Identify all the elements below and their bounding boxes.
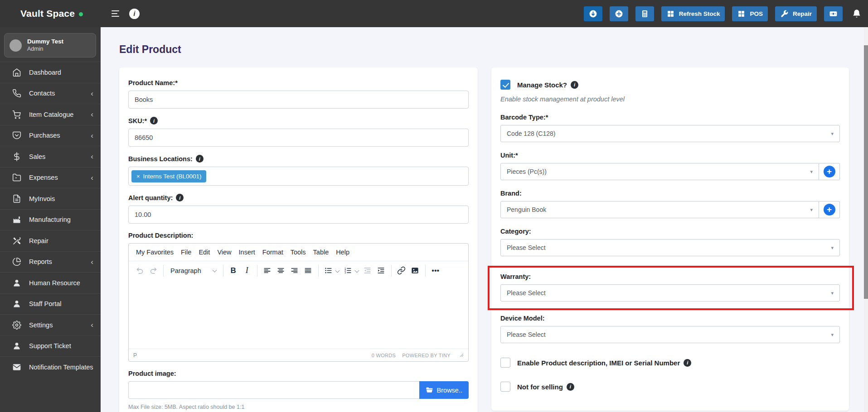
unit-label: Unit:* xyxy=(500,152,840,159)
sidebar-item-settings[interactable]: Settings‹ xyxy=(0,314,101,335)
not-for-selling-checkbox[interactable] xyxy=(500,382,510,392)
editor-menu-view[interactable]: View xyxy=(213,246,235,259)
align-right-icon[interactable] xyxy=(288,264,301,278)
product-description-label: Product Description: xyxy=(128,232,469,239)
sidebar-item-myinvois[interactable]: MyInvois xyxy=(0,188,101,209)
insert-image-icon[interactable] xyxy=(408,264,422,278)
product-image-filename-input[interactable] xyxy=(128,381,419,399)
sidebar-item-item-catalogue[interactable]: Item Catalogue‹ xyxy=(0,104,101,125)
wrench-icon xyxy=(780,10,789,18)
sidebar-item-sales[interactable]: Sales‹ xyxy=(0,146,101,167)
brand-label: Brand: xyxy=(500,190,840,197)
add-unit-button[interactable]: + xyxy=(819,163,840,180)
redo-icon[interactable] xyxy=(146,264,160,278)
editor-menu-my-favorites[interactable]: My Favorites xyxy=(132,246,177,259)
pos-button[interactable]: POS xyxy=(732,6,768,21)
sidebar-item-notification-templates[interactable]: Notification Templates xyxy=(0,356,101,378)
sidebar-item-repair[interactable]: Repair xyxy=(0,230,101,251)
sidebar-item-staff-portal[interactable]: Staff Portal xyxy=(0,293,101,315)
sidebar-item-dashboard[interactable]: Dashboard xyxy=(0,62,101,83)
editor-menu-file[interactable]: File xyxy=(177,246,195,259)
refresh-stock-button[interactable]: Refresh Stock xyxy=(661,6,725,21)
product-name-input[interactable] xyxy=(128,91,469,109)
sidebar-item-expenses[interactable]: Expenses‹ xyxy=(0,167,101,188)
numbered-list-dropdown-icon[interactable] xyxy=(354,268,359,273)
sidebar-item-purchases[interactable]: Purchases‹ xyxy=(0,125,101,146)
cash-icon xyxy=(829,10,838,18)
insert-link-icon[interactable] xyxy=(395,264,408,278)
add-brand-button[interactable]: + xyxy=(819,201,840,218)
editor-statusbar: P 0 WORDS POWERED BY TINY xyxy=(129,349,468,361)
calculator-button[interactable] xyxy=(635,6,654,21)
alert-quantity-input[interactable] xyxy=(128,206,469,224)
unit-select[interactable]: Pieces (Pc(s))▾ xyxy=(500,163,819,180)
brand-select[interactable]: Penguin Book▾ xyxy=(500,201,819,218)
notifications-bell-icon[interactable] xyxy=(852,9,862,19)
resize-handle-icon[interactable] xyxy=(460,353,464,357)
business-locations-info-icon[interactable] xyxy=(196,155,204,163)
editor-menu-format[interactable]: Format xyxy=(259,246,287,259)
device-model-label: Device Model: xyxy=(500,315,840,322)
chevron-collapse-icon: ‹ xyxy=(91,90,93,97)
circle-plus-icon xyxy=(615,10,623,18)
sidebar-item-reports[interactable]: Reports‹ xyxy=(0,251,101,273)
dropdown-arrow-icon: ▾ xyxy=(831,332,834,338)
not-for-selling-info-icon[interactable] xyxy=(567,383,574,391)
bullet-list-dropdown-icon[interactable] xyxy=(335,268,339,273)
download-button[interactable] xyxy=(584,6,602,21)
warranty-select[interactable]: Please Select▾ xyxy=(500,284,840,302)
alert-quantity-info-icon[interactable] xyxy=(176,194,184,201)
align-left-icon[interactable] xyxy=(261,264,274,278)
align-center-icon[interactable] xyxy=(274,264,288,278)
repair-button[interactable]: Repair xyxy=(775,6,817,21)
category-select[interactable]: Please Select▾ xyxy=(500,239,840,256)
user-card[interactable]: Dummy Test Admin xyxy=(4,33,96,57)
cash-register-button[interactable] xyxy=(824,6,843,21)
manage-stock-checkbox[interactable] xyxy=(500,80,510,90)
tools-icon xyxy=(12,236,21,245)
editor-menu-help[interactable]: Help xyxy=(332,246,353,259)
invoice-icon xyxy=(12,194,21,203)
sidebar-toggle-icon[interactable] xyxy=(112,10,119,17)
user-icon xyxy=(12,278,21,287)
chip-remove-icon[interactable]: × xyxy=(136,173,140,180)
enable-imei-info-icon[interactable] xyxy=(684,359,691,367)
barcode-type-select[interactable]: Code 128 (C128)▾ xyxy=(500,125,840,142)
browse-button[interactable]: Browse.. xyxy=(419,381,469,399)
more-toolbar-icon[interactable]: ••• xyxy=(429,264,442,278)
device-model-select[interactable]: Please Select▾ xyxy=(500,326,840,343)
sku-input[interactable] xyxy=(128,129,469,147)
page-title: Edit Product xyxy=(119,43,864,56)
undo-icon[interactable] xyxy=(133,264,146,278)
align-justify-icon[interactable] xyxy=(301,264,315,278)
barcode-type-label: Barcode Type:* xyxy=(500,114,840,121)
sidebar-item-manufacturing[interactable]: Manufacturing xyxy=(0,209,101,230)
manage-stock-info-icon[interactable] xyxy=(571,81,578,89)
italic-icon[interactable]: I xyxy=(240,264,254,278)
brand[interactable]: Vault Space xyxy=(0,8,101,19)
info-icon[interactable]: i xyxy=(129,9,140,19)
numbered-list-icon[interactable] xyxy=(341,264,355,278)
editor-menu-edit[interactable]: Edit xyxy=(195,246,213,259)
enable-imei-checkbox[interactable] xyxy=(500,358,510,368)
outdent-icon[interactable] xyxy=(361,264,374,278)
bullet-list-icon[interactable] xyxy=(322,264,335,278)
editor-menu-table[interactable]: Table xyxy=(310,246,333,259)
editor-content-area[interactable] xyxy=(129,280,468,349)
sidebar-item-human-resource[interactable]: Human Resource xyxy=(0,272,101,293)
indent-icon[interactable] xyxy=(374,264,388,278)
add-button[interactable] xyxy=(610,6,628,21)
editor-menu-insert[interactable]: Insert xyxy=(235,246,259,259)
editor-menu-tools[interactable]: Tools xyxy=(287,246,310,259)
editor-path: P xyxy=(133,352,137,359)
paragraph-style-dropdown[interactable]: Paragraph xyxy=(167,267,220,274)
sidebar-item-contacts[interactable]: Contacts‹ xyxy=(0,83,101,104)
page-scrollbar[interactable] xyxy=(864,27,868,412)
bold-icon[interactable]: B xyxy=(227,264,240,278)
sku-info-icon[interactable] xyxy=(150,117,158,125)
phone-icon xyxy=(12,89,21,98)
sidebar-item-support-ticket[interactable]: Support Ticket xyxy=(0,335,101,357)
business-locations-input[interactable]: × Interns Test (BL0001) xyxy=(128,167,469,186)
scrollbar-thumb[interactable] xyxy=(864,45,868,299)
sidebar-menu: DashboardContacts‹Item Catalogue‹Purchas… xyxy=(0,62,101,378)
